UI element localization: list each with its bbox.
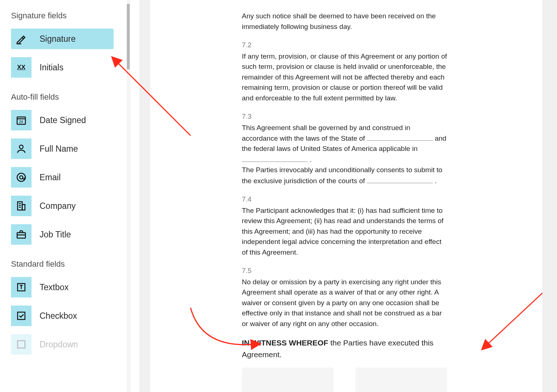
paragraph-text: Any such notice shall be deemed to have … (242, 11, 447, 32)
clause-intro: Any such notice shall be deemed to have … (242, 11, 447, 32)
paragraph-text: This Agreement shall be governed by and … (242, 123, 447, 165)
field-label: Initials (40, 63, 63, 73)
company-icon (11, 196, 32, 216)
blank-courts[interactable] (367, 175, 433, 183)
blank-applicable-in[interactable] (242, 154, 308, 162)
field-label: Signature (40, 34, 75, 44)
svg-rect-18 (18, 341, 25, 348)
field-dropdown[interactable]: Dropdown (11, 334, 114, 355)
field-label: Company (40, 201, 75, 211)
signature-icon (11, 29, 32, 49)
svg-rect-17 (18, 312, 25, 319)
svg-rect-8 (22, 204, 25, 210)
field-label: Checkbox (40, 311, 77, 321)
svg-text:24: 24 (19, 120, 23, 124)
date-signed-icon: 24 (11, 110, 32, 130)
email-icon (11, 167, 32, 188)
field-label: Dropdown (40, 340, 78, 350)
job-title-icon (11, 224, 32, 245)
field-initials[interactable]: XX Initials (11, 57, 114, 78)
field-label: Textbox (40, 282, 69, 292)
svg-point-5 (17, 173, 26, 182)
signature-row: Client name Coach name (242, 367, 447, 392)
section-title-signature: Signature fields (11, 11, 114, 21)
svg-point-6 (20, 176, 23, 179)
checkbox-icon (11, 306, 32, 326)
clause-number: 7.5 (242, 266, 447, 276)
field-email[interactable]: Email (11, 167, 114, 188)
fields-sidebar: Signature fields Signature XX Initials A… (0, 0, 125, 392)
signature-column-coach: Coach name (355, 367, 447, 392)
blank-state[interactable] (367, 133, 433, 141)
field-textbox[interactable]: Textbox (11, 277, 114, 297)
field-company[interactable]: Company (11, 196, 114, 216)
signature-column-client: Client name (242, 367, 333, 392)
signature-box-coach[interactable] (355, 367, 447, 392)
field-signature[interactable]: Signature (11, 29, 114, 49)
field-label: Date Signed (40, 115, 86, 125)
clause-7-5: 7.5 No delay or omission by a party in e… (242, 266, 447, 329)
textbox-icon (11, 277, 32, 297)
field-job-title[interactable]: Job Title (11, 224, 114, 245)
paragraph-text: The Parties irrevocably and unconditiona… (242, 165, 447, 186)
paragraph-text: The Participant acknowledges that it: (i… (242, 206, 447, 258)
field-label: Email (40, 173, 61, 182)
witness-strong: IN WITNESS WHEREOF (242, 339, 328, 347)
full-name-icon (11, 138, 32, 159)
signature-box-client[interactable] (242, 367, 333, 392)
field-label: Job Title (40, 230, 71, 240)
field-full-name[interactable]: Full Name (11, 138, 114, 159)
field-date-signed[interactable]: 24 Date Signed (11, 110, 114, 130)
document-page: Any such notice shall be deemed to have … (150, 0, 542, 392)
paragraph-text: If any term, provision, or clause of thi… (242, 51, 447, 104)
field-checkbox[interactable]: Checkbox (11, 306, 114, 326)
section-title-autofill: Auto-fill fields (11, 92, 114, 102)
clause-7-2: 7.2 If any term, provision, or clause of… (242, 40, 447, 103)
field-label: Full Name (40, 144, 78, 154)
dropdown-icon (11, 334, 32, 355)
clause-number: 7.3 (242, 111, 447, 122)
svg-point-4 (19, 145, 23, 149)
initials-icon: XX (11, 57, 32, 78)
section-title-standard: Standard fields (11, 259, 114, 269)
document-canvas[interactable]: Any such notice shall be deemed to have … (139, 0, 557, 392)
clause-number: 7.2 (242, 40, 447, 51)
clause-7-3: 7.3 This Agreement shall be governed by … (242, 111, 447, 186)
paragraph-text: No delay or omission by a party in exerc… (242, 277, 447, 329)
witness-line: IN WITNESS WHEREOF the Parties have exec… (242, 337, 447, 360)
clause-7-4: 7.4 The Participant acknowledges that it… (242, 194, 447, 258)
sidebar-scrollbar-thumb[interactable] (127, 4, 130, 70)
clause-number: 7.4 (242, 194, 447, 205)
